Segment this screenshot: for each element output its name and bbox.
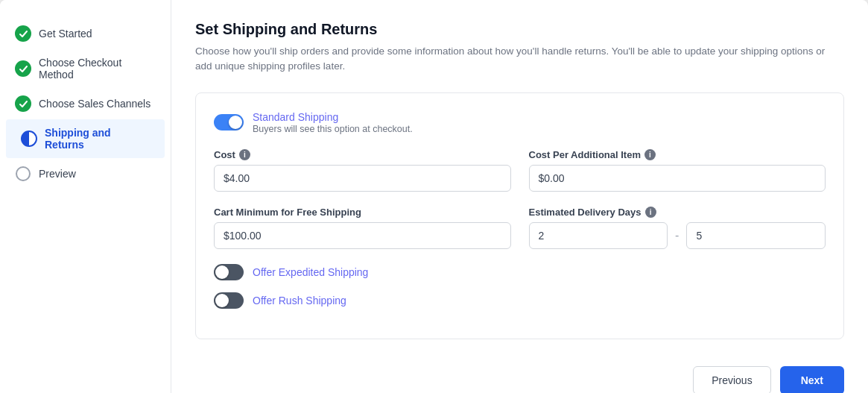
page-description: Choose how you'll ship orders and provid… [195, 44, 843, 75]
cost-additional-info-icon[interactable]: i [644, 149, 656, 160]
standard-shipping-sublabel: Buyers will see this option at checkout. [253, 124, 413, 134]
completed-icon-checkout [15, 60, 31, 77]
cost-input[interactable] [214, 165, 511, 192]
cost-field-group: Cost i [214, 149, 511, 192]
completed-icon-get-started [15, 25, 31, 42]
sidebar-label-sales-channels: Choose Sales Channels [39, 98, 151, 110]
completed-icon-sales [15, 95, 31, 112]
estimated-delivery-label: Estimated Delivery Days i [529, 207, 826, 218]
rush-label: Offer Rush Shipping [253, 295, 346, 306]
cost-info-icon[interactable]: i [239, 149, 250, 160]
cost-per-additional-label: Cost Per Additional Item i [529, 149, 826, 160]
sidebar-item-choose-checkout-method[interactable]: Choose Checkout Method [0, 49, 171, 88]
sidebar-label-get-started: Get Started [39, 28, 92, 40]
rush-toggle[interactable] [214, 292, 244, 309]
sidebar-label-checkout-method: Choose Checkout Method [39, 57, 156, 81]
cart-minimum-label: Cart Minimum for Free Shipping [214, 207, 511, 218]
cart-minimum-field-group: Cart Minimum for Free Shipping [214, 207, 511, 249]
standard-shipping-label: Standard Shipping [253, 111, 413, 123]
footer: Previous Next [195, 354, 844, 394]
previous-button[interactable]: Previous [693, 366, 770, 394]
active-icon-shipping [21, 131, 37, 147]
main-content: Set Shipping and Returns Choose how you'… [171, 0, 868, 393]
sidebar-item-choose-sales-channels[interactable]: Choose Sales Channels [0, 88, 171, 119]
delivery-separator: - [675, 229, 679, 242]
shipping-card: Standard Shipping Buyers will see this o… [195, 92, 844, 339]
delivery-range-row: - [529, 222, 826, 249]
cost-per-additional-input[interactable] [529, 165, 826, 192]
sidebar-label-shipping-returns: Shipping and Returns [45, 127, 150, 151]
delivery-max-input[interactable] [686, 222, 826, 249]
standard-shipping-toggle[interactable] [214, 114, 244, 131]
sidebar: Get Started Choose Checkout Method [0, 0, 171, 393]
estimated-delivery-field-group: Estimated Delivery Days i - [529, 207, 826, 249]
page-title: Set Shipping and Returns [195, 21, 844, 38]
sidebar-item-shipping-and-returns[interactable]: Shipping and Returns [6, 119, 165, 158]
delivery-info-icon[interactable]: i [645, 207, 656, 218]
expedited-toggle-row: Offer Expedited Shipping [214, 264, 826, 280]
next-button[interactable]: Next [780, 366, 844, 394]
delivery-min-input[interactable] [529, 222, 668, 249]
sidebar-item-get-started[interactable]: Get Started [0, 18, 171, 49]
cart-minimum-input[interactable] [214, 222, 511, 249]
sidebar-item-preview[interactable]: Preview [0, 158, 171, 189]
rush-toggle-row: Offer Rush Shipping [214, 292, 826, 309]
fields-grid: Cost i Cost Per Additional Item i Cart M… [214, 149, 826, 249]
app-window: Get Started Choose Checkout Method [0, 0, 868, 393]
inactive-icon-preview [15, 166, 31, 182]
cost-label: Cost i [214, 149, 511, 160]
cost-per-additional-field-group: Cost Per Additional Item i [529, 149, 826, 192]
expedited-label: Offer Expedited Shipping [253, 266, 368, 278]
sidebar-label-preview: Preview [39, 168, 76, 180]
expedited-toggle[interactable] [214, 264, 244, 280]
standard-shipping-toggle-row: Standard Shipping Buyers will see this o… [214, 111, 826, 134]
